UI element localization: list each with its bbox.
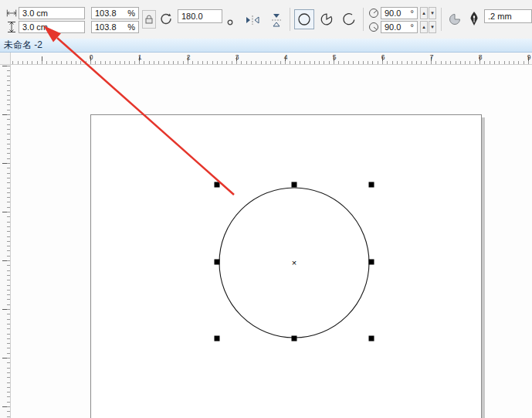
end-angle-unit: ° (411, 22, 414, 32)
ruler-number: 6 (379, 53, 387, 61)
rotation-angle-field[interactable]: 180.0 (178, 9, 222, 23)
end-angle-increment-button[interactable]: ▴ (420, 21, 428, 33)
app-window: { "toolbar": { "size": { "width": "3.0 c… (0, 0, 532, 418)
outline-pen-icon (469, 11, 479, 26)
ruler-number: 2 (185, 53, 192, 61)
toolbar-separator (290, 8, 290, 31)
ellipse-icon (297, 12, 311, 26)
end-angle-icon (368, 22, 379, 32)
arc-mode-button[interactable] (339, 9, 359, 29)
ruler-origin-corner[interactable] (0, 53, 11, 65)
mirror-horizontal-icon (245, 15, 260, 25)
scale-y-unit: % (127, 22, 135, 32)
object-width-value: 3.0 cm (22, 8, 48, 18)
ruler-number: 4 (282, 53, 290, 61)
change-direction-icon (448, 12, 462, 26)
rotation-angle-value: 180.0 (181, 12, 203, 21)
ruler-number: 0 (87, 53, 95, 61)
scale-y-field[interactable]: 103.8 % (91, 21, 139, 33)
spinner-down-icon: ▾ (431, 10, 434, 16)
ruler-number: 8 (476, 53, 484, 61)
end-angle-field[interactable]: 90.0 ° (381, 21, 418, 33)
outline-width-value: .2 mm (488, 12, 512, 21)
lock-ratio-button[interactable] (142, 10, 156, 29)
start-angle-field[interactable]: 90.0 ° (381, 7, 418, 19)
ruler-number: 5 (330, 53, 338, 61)
start-angle-unit: ° (411, 8, 414, 18)
horizontal-ruler[interactable]: 0 1 2 3 4 5 6 7 8 9 (11, 53, 532, 65)
rotation-icon (159, 12, 173, 25)
object-height-value: 3.0 cm (22, 22, 48, 32)
ruler-number: 9 (525, 53, 532, 61)
start-angle-increment-button[interactable]: ▴ (420, 7, 428, 19)
ruler-number: 3 (233, 53, 241, 61)
arc-icon (342, 12, 356, 26)
scale-x-value: 103.8 (95, 8, 117, 18)
scale-x-field[interactable]: 103.8 % (91, 7, 139, 19)
ellipse-mode-button[interactable] (294, 9, 314, 29)
object-height-icon (7, 21, 16, 33)
mirror-vertical-icon (271, 12, 282, 28)
spinner-down-icon: ▾ (431, 24, 434, 30)
degree-indicator-icon (227, 19, 233, 25)
start-angle-value: 90.0 (385, 8, 401, 18)
property-bar: 3.0 cm 3.0 cm 103.8 % 103.8 % 180.0 (0, 0, 532, 39)
toolbar-separator (363, 8, 364, 31)
spinner-up-icon: ▴ (422, 10, 425, 16)
vertical-ruler[interactable] (0, 65, 11, 418)
document-title-bar: 未命名 -2 (0, 39, 532, 53)
mirror-vertical-button[interactable] (267, 11, 286, 29)
ruler-number: 1 (136, 53, 144, 61)
start-angle-decrement-button[interactable]: ▾ (429, 7, 436, 19)
pie-mode-button[interactable] (317, 9, 337, 29)
scale-y-value: 103.8 (95, 22, 117, 32)
end-angle-value: 90.0 (385, 22, 401, 32)
mirror-horizontal-button[interactable] (243, 11, 262, 29)
outline-width-field[interactable]: .2 mm (484, 9, 532, 23)
lock-icon (144, 14, 154, 25)
toolbar-separator (441, 8, 442, 31)
spinner-up-icon: ▴ (422, 24, 425, 30)
end-angle-decrement-button[interactable]: ▾ (429, 21, 436, 33)
page[interactable] (90, 114, 482, 418)
start-angle-icon (368, 8, 379, 19)
scale-x-unit: % (127, 8, 135, 18)
object-width-field[interactable]: 3.0 cm (19, 7, 85, 19)
ruler-number: 7 (428, 53, 435, 61)
object-height-field[interactable]: 3.0 cm (19, 21, 85, 33)
document-title: 未命名 -2 (4, 39, 42, 52)
change-direction-button[interactable] (446, 10, 464, 29)
object-width-icon (6, 8, 17, 18)
pie-icon (320, 12, 334, 26)
